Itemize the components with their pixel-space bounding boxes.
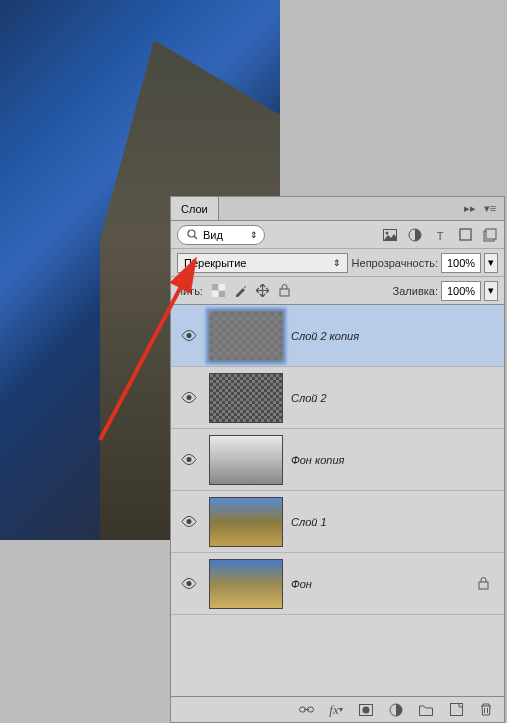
- filter-smartobject-icon[interactable]: [482, 227, 498, 243]
- layer-name[interactable]: Слой 1: [291, 516, 470, 528]
- layer-row[interactable]: Слой 2 копия: [171, 305, 504, 367]
- svg-rect-13: [212, 291, 219, 298]
- lock-all-icon[interactable]: [277, 283, 293, 299]
- opacity-dropdown[interactable]: ▾: [484, 253, 498, 273]
- svg-point-25: [363, 706, 370, 713]
- tab-label: Слои: [181, 203, 208, 215]
- blend-mode-select[interactable]: Перекрытие ⇕: [177, 253, 348, 273]
- chevron-down-icon: ▾: [488, 284, 494, 297]
- svg-rect-27: [450, 704, 462, 716]
- lock-transparency-icon[interactable]: [211, 283, 227, 299]
- visibility-toggle[interactable]: [177, 330, 201, 341]
- layer-thumbnail[interactable]: [209, 311, 283, 361]
- layer-row[interactable]: Фон копия: [171, 429, 504, 491]
- svg-rect-11: [219, 291, 226, 298]
- panel-menu-icon[interactable]: ▾≡: [482, 201, 498, 217]
- blend-mode-value: Перекрытие: [184, 257, 246, 269]
- layers-list: Слой 2 копияСлой 2Фон копияСлой 1Фон: [171, 305, 504, 696]
- link-layers-icon[interactable]: [298, 702, 314, 718]
- svg-point-18: [187, 519, 192, 524]
- layer-row[interactable]: Слой 2: [171, 367, 504, 429]
- fill-dropdown[interactable]: ▾: [484, 281, 498, 301]
- opacity-label: Непрозрачность:: [352, 257, 438, 269]
- layers-panel: Слои ▸▸ ▾≡ Вид ⇕ T Перекрытие ⇕ Непрозра…: [170, 196, 505, 723]
- new-layer-icon[interactable]: [448, 702, 464, 718]
- layer-name[interactable]: Слой 2 копия: [291, 330, 470, 342]
- tab-layers[interactable]: Слои: [171, 197, 219, 220]
- layer-name[interactable]: Фон копия: [291, 454, 470, 466]
- svg-line-2: [194, 236, 197, 239]
- adjustment-layer-icon[interactable]: [388, 702, 404, 718]
- layer-thumbnail[interactable]: [209, 559, 283, 609]
- visibility-toggle[interactable]: [177, 454, 201, 465]
- layer-thumbnail[interactable]: [209, 435, 283, 485]
- chevron-updown-icon: ⇕: [333, 258, 341, 268]
- visibility-toggle[interactable]: [177, 516, 201, 527]
- svg-point-16: [187, 395, 192, 400]
- lock-position-icon[interactable]: [255, 283, 271, 299]
- layer-name[interactable]: Слой 2: [291, 392, 470, 404]
- svg-point-4: [386, 231, 389, 234]
- lock-label: пить:: [177, 285, 203, 297]
- svg-point-1: [188, 230, 195, 237]
- layer-thumbnail[interactable]: [209, 373, 283, 423]
- svg-rect-12: [219, 284, 226, 291]
- panel-collapse-icon[interactable]: ▸▸: [462, 201, 478, 217]
- search-icon: [184, 227, 200, 243]
- svg-point-19: [187, 581, 192, 586]
- lock-toolbar: пить: Заливка: 100% ▾: [171, 277, 504, 305]
- filter-type-label: Вид: [203, 229, 223, 241]
- filter-type-icon[interactable]: T: [432, 227, 448, 243]
- layer-name[interactable]: Фон: [291, 578, 470, 590]
- panel-footer: fx▾: [171, 696, 504, 722]
- layer-mask-icon[interactable]: [358, 702, 374, 718]
- blend-toolbar: Перекрытие ⇕ Непрозрачность: 100% ▾: [171, 249, 504, 277]
- delete-layer-icon[interactable]: [478, 702, 494, 718]
- new-group-icon[interactable]: [418, 702, 434, 718]
- filter-adjustment-icon[interactable]: [407, 227, 423, 243]
- chevron-updown-icon: ⇕: [250, 230, 258, 240]
- opacity-input[interactable]: 100%: [441, 253, 481, 273]
- layer-lock-indicator: [478, 577, 498, 590]
- layer-style-icon[interactable]: fx▾: [328, 702, 344, 718]
- visibility-toggle[interactable]: [177, 578, 201, 589]
- fill-input[interactable]: 100%: [441, 281, 481, 301]
- panel-tab-bar: Слои ▸▸ ▾≡: [171, 197, 504, 221]
- fill-label: Заливка:: [393, 285, 438, 297]
- visibility-toggle[interactable]: [177, 392, 201, 403]
- layer-thumbnail[interactable]: [209, 497, 283, 547]
- svg-rect-14: [280, 289, 289, 296]
- svg-rect-7: [460, 229, 471, 240]
- svg-text:T: T: [437, 230, 444, 241]
- layer-row[interactable]: Слой 1: [171, 491, 504, 553]
- svg-rect-20: [479, 582, 488, 589]
- layer-filter-type[interactable]: Вид ⇕: [177, 225, 265, 245]
- svg-rect-10: [212, 284, 219, 291]
- filter-pixel-icon[interactable]: [382, 227, 398, 243]
- svg-point-15: [187, 333, 192, 338]
- filter-toolbar: Вид ⇕ T: [171, 221, 504, 249]
- svg-rect-9: [486, 229, 496, 239]
- lock-pixels-icon[interactable]: [233, 283, 249, 299]
- layer-row[interactable]: Фон: [171, 553, 504, 615]
- filter-shape-icon[interactable]: [457, 227, 473, 243]
- svg-point-17: [187, 457, 192, 462]
- chevron-down-icon: ▾: [488, 256, 494, 269]
